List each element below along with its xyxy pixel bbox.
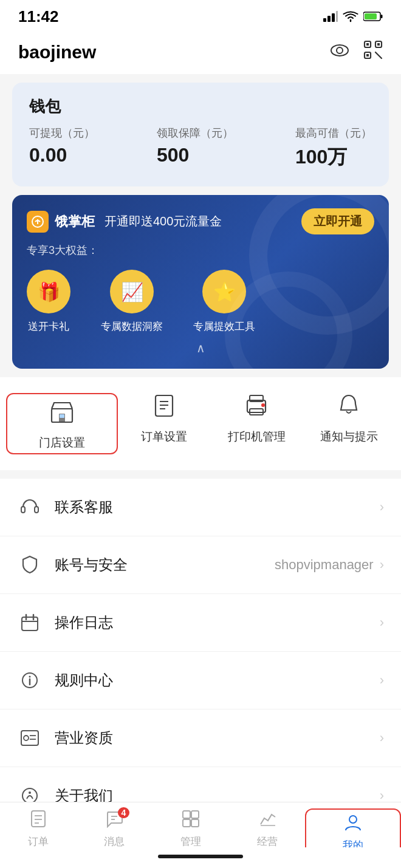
- svg-rect-50: [183, 811, 190, 818]
- scan-icon[interactable]: [363, 40, 383, 64]
- svg-rect-44: [32, 811, 45, 827]
- messages-nav-label: 消息: [104, 835, 125, 849]
- svg-point-39: [24, 736, 29, 740]
- svg-rect-53: [191, 819, 199, 827]
- wallet-card[interactable]: 钱包 可提现（元） 0.00 领取保障（元） 500 最高可借（元） 100万: [12, 83, 389, 186]
- orders-nav-label: 订单: [28, 835, 49, 849]
- svg-point-37: [29, 676, 31, 678]
- messages-nav-icon: 4: [105, 810, 123, 832]
- quick-item-order[interactable]: 订单设置: [118, 393, 210, 454]
- wallet-item-withdraw: 可提现（元） 0.00: [29, 126, 95, 171]
- business-license-item[interactable]: 营业资质 ›: [0, 709, 401, 767]
- list-section: 联系客服 › 账号与安全 shopvipmanager ›: [0, 479, 401, 824]
- contact-service-label: 联系客服: [55, 497, 380, 517]
- chart-icon: 📈: [110, 270, 154, 313]
- svg-rect-51: [191, 811, 199, 818]
- banner-feature-data: 📈 专属数据洞察: [101, 270, 163, 333]
- gift-label: 送开卡礼: [28, 320, 69, 333]
- quick-item-notification[interactable]: 通知与提示: [303, 393, 395, 454]
- svg-rect-14: [366, 54, 369, 56]
- quick-menu-inner: 门店设置 订单设置: [0, 383, 401, 464]
- chevron-up-icon: ∧: [196, 341, 205, 355]
- banner-collapse-arrow[interactable]: ∧: [27, 341, 374, 355]
- printer-icon: [244, 393, 269, 423]
- tools-label: 专属提效工具: [193, 320, 255, 333]
- svg-rect-31: [22, 617, 38, 630]
- rules-center-item[interactable]: 规则中心 ›: [0, 652, 401, 709]
- chevron-right-icon-3: ›: [380, 615, 384, 630]
- wallet-guarantee-value: 500: [157, 144, 233, 166]
- order-icon: [152, 393, 176, 423]
- banner-description: 开通即送400元流量金: [105, 213, 222, 230]
- gift-icon: 🎁: [27, 270, 70, 313]
- chevron-right-icon-4: ›: [380, 672, 384, 688]
- quick-menu: 门店设置 订单设置: [0, 377, 401, 470]
- info-icon: [17, 668, 43, 693]
- account-security-item[interactable]: 账号与安全 shopvipmanager ›: [0, 536, 401, 594]
- brand-logo: [27, 211, 49, 233]
- manage-nav-label: 管理: [180, 835, 201, 849]
- svg-rect-30: [35, 507, 38, 513]
- svg-rect-2: [332, 13, 335, 22]
- quick-item-store[interactable]: 门店设置: [6, 393, 118, 454]
- notification-label: 通知与提示: [320, 429, 378, 445]
- rules-center-label: 规则中心: [55, 671, 380, 690]
- banner-feature-tools: ⭐ 专属提效工具: [193, 270, 255, 333]
- account-security-label: 账号与安全: [55, 555, 275, 575]
- wallet-title: 钱包: [29, 96, 372, 117]
- signal-icon: [323, 11, 338, 22]
- license-icon: [17, 725, 43, 751]
- brand-name-text: 饿掌柜: [55, 213, 95, 231]
- svg-rect-12: [366, 43, 369, 46]
- store-label: 门店设置: [39, 435, 85, 451]
- manage-nav-icon: [182, 810, 200, 832]
- shield-icon: [17, 552, 43, 578]
- svg-rect-1: [327, 16, 331, 22]
- order-settings-label: 订单设置: [141, 429, 187, 445]
- star-icon: ⭐: [202, 270, 246, 313]
- svg-rect-13: [377, 43, 380, 46]
- headset-icon: [17, 494, 43, 520]
- wallet-borrow-label: 最高可借（元）: [295, 126, 372, 140]
- mine-nav-icon: [344, 813, 362, 836]
- operation-log-item[interactable]: 操作日志 ›: [0, 594, 401, 652]
- chevron-right-icon-2: ›: [380, 557, 384, 573]
- wallet-guarantee-label: 领取保障（元）: [157, 126, 233, 140]
- stats-nav-icon: [258, 810, 276, 832]
- home-indicator: [0, 847, 401, 868]
- status-icons: [323, 10, 383, 22]
- account-username: shopvipmanager: [275, 557, 374, 573]
- svg-point-7: [331, 45, 348, 56]
- svg-point-43: [29, 791, 31, 794]
- wallet-item-borrow: 最高可借（元） 100万: [295, 126, 372, 171]
- svg-rect-6: [365, 13, 377, 19]
- wifi-icon: [343, 10, 358, 22]
- wallet-withdraw-label: 可提现（元）: [29, 126, 95, 140]
- header: baojinew: [0, 33, 401, 74]
- eye-icon[interactable]: [329, 40, 350, 64]
- svg-line-15: [375, 52, 382, 58]
- banner-header: 饿掌柜 开通即送400元流量金 立即开通: [27, 208, 374, 234]
- svg-rect-3: [336, 11, 338, 22]
- store-icon: [49, 400, 75, 429]
- banner-brand: 饿掌柜 开通即送400元流量金: [27, 211, 222, 233]
- banner-features: 🎁 送开卡礼 📈 专属数据洞察 ⭐ 专属提效工具: [27, 270, 374, 333]
- banner-subtitle: 专享3大权益：: [27, 243, 374, 258]
- svg-rect-5: [381, 15, 383, 18]
- quick-item-printer[interactable]: 打印机管理: [210, 393, 303, 454]
- app-title: baojinew: [18, 42, 96, 63]
- calendar-icon: [17, 610, 43, 635]
- banner-cta-button[interactable]: 立即开通: [301, 208, 374, 234]
- data-label: 专属数据洞察: [101, 320, 163, 333]
- wallet-item-guarantee: 领取保障（元） 500: [157, 126, 233, 171]
- promotion-banner[interactable]: 饿掌柜 开通即送400元流量金 立即开通 专享3大权益： 🎁 送开卡礼 📈 专属…: [12, 195, 389, 369]
- bell-icon: [337, 393, 360, 423]
- wallet-withdraw-value: 0.00: [29, 144, 95, 166]
- svg-rect-0: [323, 18, 326, 22]
- contact-service-item[interactable]: 联系客服 ›: [0, 479, 401, 536]
- home-indicator-bar: [158, 855, 243, 858]
- chevron-right-icon: ›: [380, 499, 384, 515]
- operation-log-label: 操作日志: [55, 613, 380, 632]
- wallet-borrow-value: 100万: [295, 144, 372, 171]
- svg-point-8: [337, 47, 343, 53]
